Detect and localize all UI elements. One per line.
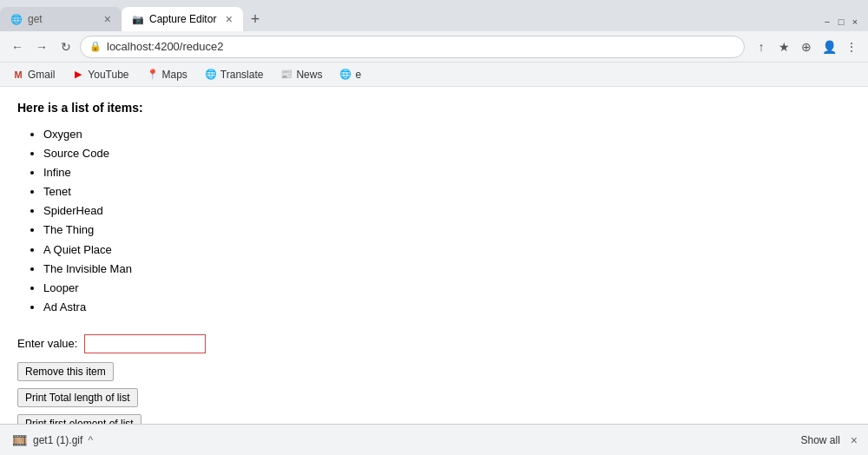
reload-button[interactable]: ↻ xyxy=(56,36,76,57)
translate-icon: 🌐 xyxy=(205,69,217,81)
list-item: Ad Astra xyxy=(43,298,851,317)
extension-icon[interactable]: ⊕ xyxy=(797,37,816,56)
window-controls: − □ × xyxy=(821,16,868,31)
tab-get[interactable]: 🌐 get × xyxy=(0,7,122,31)
action-button-1[interactable]: Print Total length of list xyxy=(17,388,138,407)
items-list: OxygenSource CodeInfineTenetSpiderHeadTh… xyxy=(17,125,851,317)
action-button-0[interactable]: Remove this item xyxy=(17,362,114,381)
download-bar: 🎞️ get1 (1).gif ^ Show all × xyxy=(0,424,868,455)
list-item: Infine xyxy=(43,163,851,182)
profile-icon[interactable]: 👤 xyxy=(819,37,838,56)
url-text: localhost:4200/reduce2 xyxy=(107,40,735,53)
window-minimize-button[interactable]: − xyxy=(821,16,833,28)
tab-capture-favicon: 📷 xyxy=(132,13,144,25)
bookmark-youtube[interactable]: ▶ YouTube xyxy=(67,67,134,82)
window-maximize-button[interactable]: □ xyxy=(835,16,847,28)
page-title: Here is a list of items: xyxy=(17,101,851,115)
list-item: The Invisible Man xyxy=(43,260,851,279)
gmail-icon: M xyxy=(12,69,24,81)
address-bar: ← → ↻ 🔒 localhost:4200/reduce2 ↑ ★ ⊕ 👤 ⋮ xyxy=(0,31,868,63)
download-item: 🎞️ get1 (1).gif ^ xyxy=(10,432,93,449)
bookmark-news[interactable]: 📰 News xyxy=(275,67,327,82)
enter-value-label: Enter value: xyxy=(17,337,77,350)
menu-icon[interactable]: ⋮ xyxy=(842,37,861,56)
bookmark-maps-label: Maps xyxy=(162,69,187,81)
bookmarks-bar: M Gmail ▶ YouTube 📍 Maps 🌐 Translate 📰 N… xyxy=(0,63,868,87)
download-file-icon: 🎞️ xyxy=(10,432,28,449)
bookmark-gmail[interactable]: M Gmail xyxy=(7,67,60,82)
bookmark-icon[interactable]: ★ xyxy=(774,37,793,56)
window-close-button[interactable]: × xyxy=(849,16,861,28)
bookmark-youtube-label: YouTube xyxy=(88,69,128,81)
list-item: Source Code xyxy=(43,144,851,163)
list-item: Oxygen xyxy=(43,125,851,144)
youtube-icon: ▶ xyxy=(72,69,84,81)
list-item: SpiderHead xyxy=(43,201,851,221)
bookmark-e-label: e xyxy=(355,69,361,81)
tab-bar: 🌐 get × 📷 Capture Editor × + − □ × xyxy=(0,0,868,31)
tab-capture-title: Capture Editor xyxy=(149,13,220,25)
enter-value-row: Enter value: xyxy=(17,334,851,353)
tab-capture[interactable]: 📷 Capture Editor × xyxy=(122,7,243,31)
bookmark-gmail-label: Gmail xyxy=(28,69,55,81)
lock-icon: 🔒 xyxy=(89,41,102,52)
list-item: A Quiet Place xyxy=(43,241,851,260)
new-tab-button[interactable]: + xyxy=(243,7,267,31)
list-item: Looper xyxy=(43,279,851,298)
list-item: The Thing xyxy=(43,221,851,240)
tab-get-favicon: 🌐 xyxy=(10,13,23,25)
bookmark-news-label: News xyxy=(296,69,322,81)
download-close-button[interactable]: × xyxy=(851,433,858,447)
tab-get-title: get xyxy=(28,13,99,25)
news-icon: 📰 xyxy=(280,69,293,81)
share-icon[interactable]: ↑ xyxy=(752,37,771,56)
list-item: Tenet xyxy=(43,182,851,201)
browser-window: 🌐 get × 📷 Capture Editor × + − □ × ← → ↻… xyxy=(0,0,868,455)
download-bar-right: Show all × xyxy=(800,433,858,447)
back-button[interactable]: ← xyxy=(7,36,28,57)
tab-capture-close[interactable]: × xyxy=(226,13,233,25)
bookmark-translate-label: Translate xyxy=(220,69,264,81)
url-bar[interactable]: 🔒 localhost:4200/reduce2 xyxy=(80,36,745,58)
bookmark-maps[interactable]: 📍 Maps xyxy=(141,67,193,82)
forward-button[interactable]: → xyxy=(31,36,52,57)
enter-value-input[interactable] xyxy=(84,334,206,353)
page-content: Here is a list of items: OxygenSource Co… xyxy=(0,87,868,455)
download-filename: get1 (1).gif xyxy=(33,434,82,446)
bookmark-e[interactable]: 🌐 e xyxy=(334,67,366,82)
tab-get-close[interactable]: × xyxy=(104,13,111,25)
download-chevron-icon[interactable]: ^ xyxy=(88,434,93,446)
maps-icon: 📍 xyxy=(147,69,159,81)
e-icon: 🌐 xyxy=(339,69,352,81)
bookmark-translate[interactable]: 🌐 Translate xyxy=(200,67,269,82)
show-all-link[interactable]: Show all xyxy=(800,434,839,446)
address-actions: ↑ ★ ⊕ 👤 ⋮ xyxy=(752,37,861,56)
